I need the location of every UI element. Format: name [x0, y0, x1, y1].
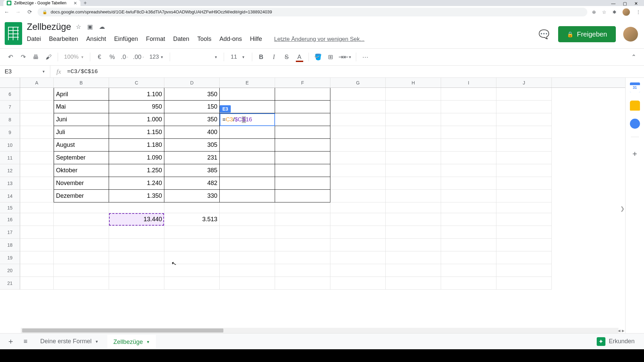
cell-G13[interactable] — [330, 177, 386, 190]
cell-F10[interactable] — [275, 139, 330, 152]
cell-A11[interactable] — [20, 152, 54, 164]
cell-F19[interactable] — [275, 251, 330, 264]
cell-E18[interactable] — [220, 239, 275, 251]
cell-D17[interactable] — [164, 226, 220, 239]
cell-I13[interactable] — [441, 177, 496, 190]
cell-B17[interactable] — [54, 226, 109, 239]
cell-A12[interactable] — [20, 164, 54, 177]
cell-E20[interactable] — [220, 264, 275, 277]
increase-decimal-button[interactable]: .00→ — [132, 51, 145, 63]
cell-G14[interactable] — [330, 190, 386, 202]
cell-H16[interactable] — [386, 213, 441, 226]
cell-B14[interactable]: Dezember — [54, 190, 109, 202]
col-header-d[interactable]: D — [164, 78, 220, 87]
menu-help[interactable]: Hilfe — [250, 36, 262, 43]
cell-I18[interactable] — [441, 239, 496, 251]
cell-C17[interactable] — [109, 226, 164, 239]
cell-H17[interactable] — [386, 226, 441, 239]
cell-E14[interactable] — [220, 190, 275, 202]
reload-icon[interactable]: ⟳ — [26, 9, 33, 15]
cell-H15[interactable] — [386, 202, 441, 213]
zoom-select[interactable]: 100% ▼ — [61, 54, 87, 60]
cell-J8[interactable] — [496, 113, 552, 126]
share-button[interactable]: 🔒 Freigeben — [558, 26, 616, 42]
strike-button[interactable]: S — [281, 51, 292, 63]
col-header-c[interactable]: C — [109, 78, 164, 87]
cell-H11[interactable] — [386, 152, 441, 164]
cell-I6[interactable] — [441, 88, 496, 101]
cell-I21[interactable] — [441, 277, 496, 290]
menu-addons[interactable]: Add-ons — [219, 36, 242, 43]
row-header[interactable]: 12 — [0, 164, 20, 177]
minimize-icon[interactable]: — — [611, 1, 615, 6]
cell-A14[interactable] — [20, 190, 54, 202]
row-header[interactable]: 17 — [0, 226, 20, 239]
name-box-dropdown-icon[interactable]: ▼ — [42, 70, 45, 73]
cell-F12[interactable] — [275, 164, 330, 177]
row-header[interactable]: 7 — [0, 101, 20, 113]
cell-C18[interactable] — [109, 239, 164, 251]
col-header-i[interactable]: I — [441, 78, 496, 87]
menu-view[interactable]: Ansicht — [86, 36, 106, 43]
cell-D12[interactable]: 385 — [164, 164, 220, 177]
cell-G12[interactable] — [330, 164, 386, 177]
account-avatar-icon[interactable] — [623, 27, 638, 42]
cell-E13[interactable] — [220, 177, 275, 190]
cell-C7[interactable]: 950 — [109, 101, 164, 113]
cell-D11[interactable]: 231 — [164, 152, 220, 164]
currency-button[interactable]: € — [94, 51, 105, 63]
cell-A19[interactable] — [20, 251, 54, 264]
fill-color-icon[interactable]: 🪣 — [312, 51, 324, 63]
cell-B11[interactable]: September — [54, 152, 109, 164]
cell-I12[interactable] — [441, 164, 496, 177]
cell-B18[interactable] — [54, 239, 109, 251]
explore-button[interactable]: ✦ Erkunden — [597, 337, 639, 346]
cell-J17[interactable] — [496, 226, 552, 239]
cell-I8[interactable] — [441, 113, 496, 126]
horizontal-scrollbar[interactable] — [21, 328, 619, 333]
cell-I11[interactable] — [441, 152, 496, 164]
cell-H20[interactable] — [386, 264, 441, 277]
cell-H6[interactable] — [386, 88, 441, 101]
cell-B6[interactable]: April — [54, 88, 109, 101]
cell-B13[interactable]: November — [54, 177, 109, 190]
cell-A20[interactable] — [20, 264, 54, 277]
italic-button[interactable]: I — [268, 51, 280, 63]
cell-J13[interactable] — [496, 177, 552, 190]
row-header[interactable]: 15 — [0, 202, 20, 213]
cell-C9[interactable]: 1.150 — [109, 126, 164, 139]
cell-A18[interactable] — [20, 239, 54, 251]
col-header-f[interactable]: F — [275, 78, 330, 87]
cell-E17[interactable] — [220, 226, 275, 239]
name-box[interactable]: E3 ▼ — [0, 66, 50, 77]
print-icon[interactable]: 🖶 — [30, 51, 42, 63]
cell-G8[interactable] — [330, 113, 386, 126]
cell-B12[interactable]: Oktober — [54, 164, 109, 177]
row-header[interactable]: 8 — [0, 113, 20, 126]
keep-addon-icon[interactable] — [630, 101, 640, 111]
row-header[interactable]: 14 — [0, 190, 20, 202]
back-icon[interactable]: ← — [3, 9, 10, 15]
cell-I9[interactable] — [441, 126, 496, 139]
add-addon-icon[interactable]: + — [632, 149, 637, 159]
cell-H18[interactable] — [386, 239, 441, 251]
text-color-button[interactable]: A — [294, 51, 305, 63]
cell-B7[interactable]: Mai — [54, 101, 109, 113]
cell-B8[interactable]: Juni — [54, 113, 109, 126]
cell-D16[interactable]: 3.513 — [164, 213, 220, 226]
paint-format-icon[interactable]: 🖌 — [43, 51, 54, 63]
cell-B15[interactable] — [54, 202, 109, 213]
cell-G16[interactable] — [330, 213, 386, 226]
cell-F13[interactable] — [275, 177, 330, 190]
cell-H10[interactable] — [386, 139, 441, 152]
collapse-toolbar-icon[interactable]: ⌃ — [628, 51, 639, 63]
cell-J16[interactable] — [496, 213, 552, 226]
cell-J15[interactable] — [496, 202, 552, 213]
cell-G17[interactable] — [330, 226, 386, 239]
cloud-status-icon[interactable]: ☁ — [99, 23, 105, 31]
cell-J21[interactable] — [496, 277, 552, 290]
font-select[interactable]: ▼ — [173, 52, 220, 62]
cell-A21[interactable] — [20, 277, 54, 290]
sheet-tab-dropdown-icon[interactable]: ▼ — [146, 340, 150, 344]
cell-G20[interactable] — [330, 264, 386, 277]
